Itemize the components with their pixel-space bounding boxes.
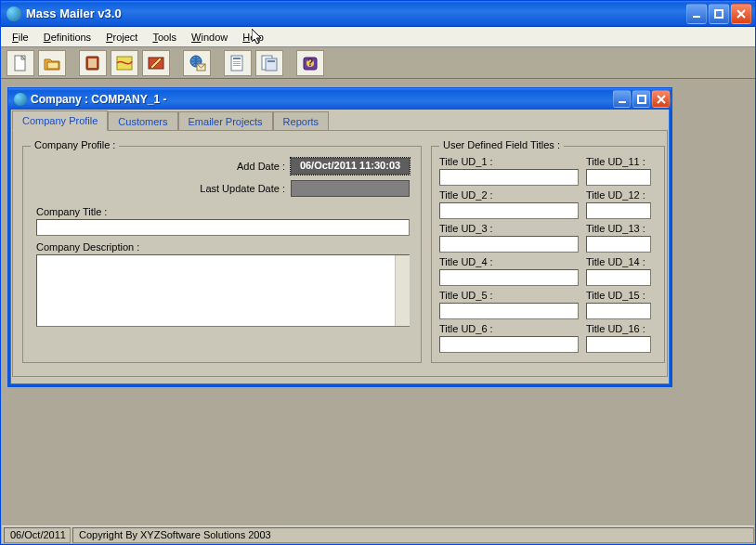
- menu-definitions[interactable]: Definitions: [36, 30, 98, 45]
- ud12-input[interactable]: [586, 202, 651, 219]
- svg-rect-3: [47, 62, 59, 69]
- ud4-input[interactable]: [439, 269, 579, 286]
- company-title-label: Company Title :: [36, 206, 107, 217]
- ud3-input[interactable]: [439, 236, 579, 253]
- group-ud-titles: User Defined Field Titles : Title UD_1 :…: [431, 146, 665, 363]
- ud14-label: Title UD_14 :: [586, 256, 651, 267]
- app-window: Mass Mailer v3.0 File Definitions Projec…: [0, 0, 756, 545]
- menu-bar: File Definitions Project Tools Window He…: [1, 27, 755, 47]
- svg-rect-13: [233, 63, 241, 64]
- svg-rect-11: [233, 58, 241, 59]
- svg-rect-5: [88, 58, 97, 68]
- new-document-icon: [11, 54, 30, 72]
- tab-emailer-projects[interactable]: Emailer Projects: [178, 111, 273, 132]
- status-bar: 06/Oct/2011 Copyright By XYZSoftware Sol…: [2, 526, 754, 543]
- toolbar-report1-button[interactable]: [224, 50, 252, 76]
- map-icon: [115, 54, 134, 72]
- globe-mail-icon: [188, 54, 206, 72]
- svg-rect-12: [233, 61, 241, 62]
- close-button[interactable]: [731, 4, 751, 24]
- mdi-client-area: Company : COMPANY_1 - Company Profile Cu…: [2, 80, 754, 526]
- textarea-scrollbar[interactable]: [395, 255, 410, 326]
- status-date: 06/Oct/2011: [4, 527, 71, 543]
- toolbar-report2-button[interactable]: [255, 50, 283, 76]
- address-book-icon: [84, 54, 102, 72]
- status-copyright: Copyright By XYZSoftware Solutions 2003: [72, 527, 754, 543]
- help-book-icon: ?: [301, 54, 319, 72]
- ud1-label: Title UD_1 :: [439, 156, 579, 167]
- ud16-label: Title UD_16 :: [586, 323, 651, 334]
- toolbar-new-button[interactable]: [7, 50, 34, 76]
- svg-rect-14: [233, 65, 241, 66]
- ud13-input[interactable]: [586, 236, 651, 253]
- child-title: Company : COMPANY_1 -: [31, 93, 613, 106]
- ud14-input[interactable]: [586, 269, 651, 286]
- company-title-input[interactable]: [36, 219, 410, 236]
- tab-company-profile[interactable]: Company Profile: [12, 110, 108, 131]
- group-company-profile: Company Profile : Add Date : 06/Oct/2011…: [22, 146, 422, 363]
- menu-project[interactable]: Project: [98, 30, 145, 45]
- svg-rect-16: [266, 58, 277, 71]
- ud3-label: Title UD_3 :: [439, 223, 579, 234]
- child-close-button[interactable]: [652, 90, 670, 108]
- svg-text:?: ?: [307, 57, 314, 68]
- ud15-input[interactable]: [586, 303, 651, 319]
- ud15-label: Title UD_15 :: [586, 290, 651, 301]
- group-ud-titles-label: User Defined Field Titles :: [439, 139, 564, 150]
- ud1-input[interactable]: [439, 169, 579, 186]
- ud2-label: Title UD_2 :: [439, 189, 579, 201]
- last-update-date-label: Last Update Date :: [34, 183, 291, 194]
- toolbar-addressbook-button[interactable]: [79, 50, 107, 76]
- svg-rect-21: [619, 101, 626, 103]
- svg-rect-17: [267, 60, 275, 62]
- ud11-label: Title UD_11 :: [586, 156, 651, 167]
- report-icon: [228, 54, 247, 72]
- toolbar-globe-button[interactable]: [183, 50, 211, 76]
- svg-rect-22: [638, 96, 645, 103]
- ud6-label: Title UD_6 :: [439, 323, 579, 334]
- ud13-label: Title UD_13 :: [586, 223, 651, 234]
- toolbar-edit-button[interactable]: [142, 50, 170, 76]
- ud16-input[interactable]: [586, 336, 651, 353]
- child-minimize-button[interactable]: [613, 90, 631, 108]
- menu-help[interactable]: Help: [235, 30, 271, 45]
- ud5-label: Title UD_5 :: [439, 290, 579, 301]
- titlebar: Mass Mailer v3.0: [1, 1, 755, 27]
- child-icon: [14, 93, 27, 106]
- report2-icon: [260, 54, 279, 72]
- app-icon: [7, 6, 21, 21]
- toolbar-help-button[interactable]: ?: [296, 50, 324, 76]
- company-description-textarea[interactable]: [36, 254, 410, 327]
- app-title: Mass Mailer v3.0: [26, 6, 686, 20]
- minimize-button[interactable]: [686, 4, 707, 24]
- child-titlebar: Company : COMPANY_1 -: [8, 88, 671, 110]
- menu-file[interactable]: File: [5, 30, 36, 45]
- svg-rect-1: [715, 10, 723, 18]
- company-window: Company : COMPANY_1 - Company Profile Cu…: [7, 87, 672, 387]
- toolbar-map-button[interactable]: [111, 50, 138, 76]
- tab-reports[interactable]: Reports: [273, 111, 330, 132]
- svg-rect-0: [693, 16, 700, 18]
- menu-tools[interactable]: Tools: [145, 30, 184, 45]
- add-date-label: Add Date :: [34, 161, 291, 172]
- company-description-label: Company Description :: [36, 241, 139, 253]
- tab-pane: Company Profile : Add Date : 06/Oct/2011…: [12, 130, 668, 377]
- ud2-input[interactable]: [439, 202, 579, 219]
- ud12-label: Title UD_12 :: [586, 189, 651, 201]
- ud11-input[interactable]: [586, 169, 651, 186]
- folder-icon: [43, 54, 61, 72]
- tab-strip: Company Profile Customers Emailer Projec…: [10, 110, 670, 131]
- add-date-value[interactable]: 06/Oct/2011 11:30:03: [291, 158, 410, 175]
- child-maximize-button[interactable]: [632, 90, 650, 108]
- ud6-input[interactable]: [439, 336, 579, 353]
- edit-note-icon: [147, 54, 165, 72]
- last-update-date-value[interactable]: [291, 180, 410, 197]
- menu-window[interactable]: Window: [184, 30, 235, 45]
- group-company-profile-label: Company Profile :: [31, 139, 119, 150]
- ud4-label: Title UD_4 :: [439, 256, 579, 267]
- toolbar-open-button[interactable]: [38, 50, 66, 76]
- maximize-button[interactable]: [709, 4, 729, 24]
- ud5-input[interactable]: [439, 303, 579, 319]
- tab-customers[interactable]: Customers: [108, 111, 177, 132]
- toolbar: ?: [1, 47, 755, 79]
